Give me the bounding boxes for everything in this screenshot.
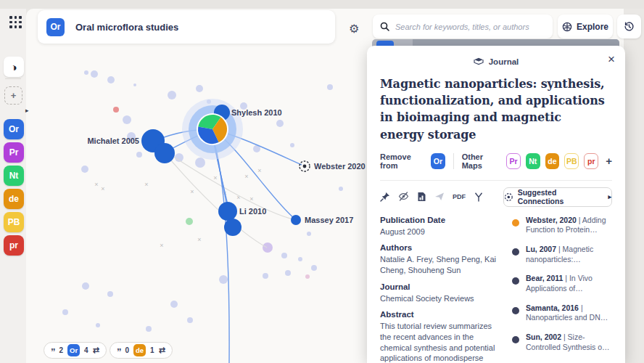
paper-node[interactable]	[291, 215, 301, 225]
contrast-icon: ◑	[10, 61, 17, 73]
citation-counter-or[interactable]: ” 2 Or 4 ⇄	[44, 342, 107, 359]
graph-dot[interactable]	[263, 273, 268, 279]
suggested-connections-button[interactable]: Suggested Connections ▸	[503, 187, 612, 207]
graph-dot[interactable]	[327, 84, 333, 90]
graph-dot[interactable]	[133, 83, 136, 86]
graph-dot[interactable]	[276, 120, 284, 127]
graph-dot[interactable]	[339, 187, 343, 191]
paper-node[interactable]	[224, 219, 242, 236]
send-plane-icon[interactable]	[434, 192, 445, 201]
connection-name: Webster, 2020	[526, 216, 577, 224]
paper-node-label: Webster 2020	[314, 162, 366, 171]
pdf-button[interactable]: PDF	[453, 193, 466, 200]
graph-dot[interactable]	[84, 70, 88, 75]
graph-dot[interactable]	[170, 301, 178, 308]
map-badge[interactable]: Or	[46, 18, 65, 36]
graph-dot[interactable]	[82, 282, 89, 290]
paper-node[interactable]	[154, 143, 175, 163]
map-title[interactable]: Oral microflora studies	[75, 22, 178, 33]
suggested-connections-list: Webster, 2020 | Adding Function to Prote…	[512, 216, 612, 363]
excluded-x-marker: ×	[101, 185, 104, 192]
search-input[interactable]	[395, 23, 545, 31]
graph-dot[interactable]	[290, 143, 294, 147]
map-tab-or[interactable]: Or	[4, 119, 24, 139]
connection-dot	[512, 219, 519, 227]
graph-dot[interactable]	[305, 274, 310, 279]
map-tab-de[interactable]: de	[4, 189, 24, 209]
excluded-x-marker: ×	[144, 181, 148, 188]
graph-dot[interactable]	[195, 158, 205, 168]
add-map-button[interactable]: +	[4, 86, 22, 105]
search-bar[interactable]	[373, 15, 553, 38]
paper-node-label: Michalet 2005	[87, 136, 139, 145]
graph-dot[interactable]	[263, 242, 273, 253]
other-map-chip-de[interactable]: de	[545, 153, 560, 169]
graph-dot[interactable]	[281, 253, 287, 258]
paper-node[interactable]	[218, 202, 237, 221]
paper-metadata: Publication Date August 2009 Authors Nat…	[380, 216, 503, 363]
vertical-divider	[453, 153, 454, 169]
hide-eye-icon[interactable]	[398, 192, 409, 201]
graph-dot[interactable]	[113, 107, 119, 113]
app-grid-icon[interactable]	[9, 16, 22, 29]
graph-dot[interactable]	[96, 323, 100, 327]
pin-icon[interactable]	[380, 192, 390, 202]
other-map-chip-pr2[interactable]: pr	[584, 153, 598, 169]
abstract-text: This tutorial review summarizes the rece…	[380, 321, 503, 363]
map-tab-pr[interactable]: Pr	[4, 142, 24, 163]
graph-dot[interactable]	[107, 76, 115, 83]
connection-dot	[512, 336, 519, 343]
graph-dot[interactable]	[62, 309, 68, 315]
close-icon[interactable]: ×	[608, 53, 615, 65]
remove-from-badge-or[interactable]: Or	[431, 153, 445, 169]
settings-gear-icon[interactable]: ⚙	[349, 22, 359, 36]
other-map-chip-nt[interactable]: Nt	[526, 153, 540, 169]
panel-header: Journal ×	[367, 46, 625, 69]
journal-label: Journal	[380, 282, 503, 291]
graph-dot[interactable]	[219, 275, 228, 284]
graph-dot[interactable]	[81, 166, 88, 173]
other-map-chip-pr[interactable]: Pr	[506, 153, 521, 169]
paper-detail-panel: Journal × Magnetic nanoparticles: synthe…	[367, 46, 625, 363]
list-item[interactable]: Samanta, 2016 | Nanoparticles and DN…	[512, 303, 612, 323]
graph-dot[interactable]	[187, 317, 193, 323]
map-tab-pr2[interactable]: pr	[4, 235, 24, 256]
history-clock-icon	[624, 21, 635, 32]
graph-dot[interactable]	[168, 91, 176, 99]
list-item[interactable]: Bear, 2011 | In Vivo Applications of…	[512, 274, 612, 293]
paper-title: Magnetic nanoparticles: synthesis, funct…	[380, 76, 606, 143]
history-button[interactable]	[617, 15, 641, 38]
add-to-map-button[interactable]: +	[606, 155, 612, 167]
map-tab-nt[interactable]: Nt	[4, 166, 24, 186]
citation-counter-de[interactable]: ” 0 de 1 ⇄	[110, 342, 173, 359]
pill-map-badge-or: Or	[67, 344, 80, 356]
branch-connections-icon[interactable]	[474, 192, 484, 202]
publication-date-value: August 2009	[380, 227, 503, 237]
graph-dot[interactable]	[123, 115, 131, 124]
explore-button[interactable]: Explore	[558, 15, 613, 38]
graph-dot[interactable]	[311, 265, 317, 271]
graph-dot[interactable]	[107, 291, 113, 297]
ref-count: 4	[84, 346, 88, 354]
graph-dot[interactable]	[285, 270, 291, 276]
quote-icon: ”	[51, 348, 55, 356]
suggested-connections-label: Suggested Connections	[518, 188, 603, 205]
graph-dot[interactable]	[307, 232, 311, 236]
graph-dot[interactable]	[196, 85, 203, 92]
list-item[interactable]: Sun, 2002 | Size-Controlled Synthesis o…	[512, 333, 612, 352]
paper-type-label: Journal	[489, 57, 519, 66]
contrast-toggle-button[interactable]: ◑	[4, 57, 24, 77]
graph-dot[interactable]	[136, 152, 142, 158]
connection-name: Bear, 2011	[526, 274, 563, 282]
graph-dot[interactable]	[298, 257, 302, 261]
map-tab-pb[interactable]: PB	[4, 212, 24, 232]
abstract-label: Abstract	[380, 310, 503, 319]
list-item[interactable]: Lu, 2007 | Magnetic nanoparticles:…	[512, 245, 612, 264]
other-map-chip-pb[interactable]: PB	[564, 153, 579, 169]
panel-divider	[380, 180, 612, 181]
chart-document-icon[interactable]	[417, 192, 426, 202]
graph-dot[interactable]	[146, 326, 152, 332]
graph-dot[interactable]	[91, 70, 98, 78]
graph-dot[interactable]	[186, 218, 193, 225]
list-item[interactable]: Webster, 2020 | Adding Function to Prote…	[512, 216, 612, 235]
